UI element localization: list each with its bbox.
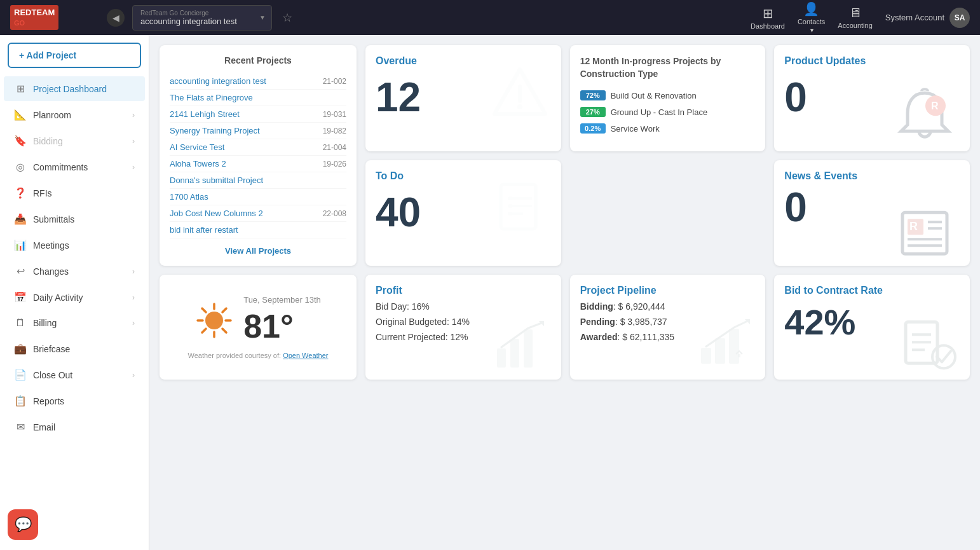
commitments-icon: ◎ bbox=[14, 161, 27, 173]
bell-icon: R bbox=[890, 83, 960, 151]
billing-chevron: › bbox=[132, 319, 135, 327]
svg-line-32 bbox=[202, 329, 206, 333]
svg-rect-10 bbox=[701, 348, 711, 364]
favorite-button[interactable]: ☆ bbox=[282, 11, 292, 25]
sidebar-item-email[interactable]: ✉ Email bbox=[4, 415, 145, 439]
weather-temp: 81° bbox=[243, 307, 294, 345]
nav-contacts[interactable]: 👤 Contacts▾ bbox=[798, 1, 825, 34]
product-updates-title: Product Updates bbox=[784, 55, 960, 67]
svg-line-31 bbox=[222, 308, 226, 312]
svg-line-43 bbox=[942, 351, 951, 362]
project-list-item[interactable]: AI Service Test21-004 bbox=[170, 139, 346, 156]
project-dashboard-icon: ⊞ bbox=[14, 83, 27, 95]
contract-icon bbox=[896, 315, 960, 375]
sidebar-item-project-dashboard[interactable]: ⊞ Project Dashboard bbox=[4, 76, 145, 101]
overdue-card: Overdue 12 bbox=[365, 45, 561, 151]
svg-point-24 bbox=[205, 312, 223, 329]
sidebar-item-billing[interactable]: 🗒 Billing › bbox=[4, 311, 145, 335]
nav-back-button[interactable]: ◀ bbox=[107, 9, 125, 27]
sidebar-item-bidding[interactable]: 🔖 Bidding › bbox=[4, 128, 145, 153]
sidebar-item-changes[interactable]: ↩ Changes › bbox=[4, 259, 145, 284]
months-title: 12 Month In-progress Projects by Constru… bbox=[580, 55, 756, 80]
daily-activity-icon: 📅 bbox=[14, 291, 27, 303]
svg-rect-33 bbox=[497, 348, 506, 368]
daily-activity-chevron: › bbox=[132, 293, 135, 302]
sidebar-item-close-out[interactable]: 📄 Close Out › bbox=[4, 362, 145, 387]
bidding-icon: 🔖 bbox=[14, 135, 27, 147]
profit-title: Profit bbox=[376, 285, 551, 296]
project-list-item[interactable]: bid init after restart bbox=[170, 222, 346, 238]
bidding-chevron: › bbox=[132, 137, 135, 146]
svg-text:R: R bbox=[931, 100, 939, 111]
logo-area: REDTEAM GO bbox=[10, 5, 99, 30]
svg-line-29 bbox=[202, 308, 206, 312]
project-list-item[interactable]: Donna's submittal Project bbox=[170, 172, 346, 189]
nav-accounting[interactable]: 🖥 Accounting bbox=[838, 6, 872, 29]
project-list-item[interactable]: Job Cost New Columns 222-008 bbox=[170, 205, 346, 222]
account-menu[interactable]: System Account SA bbox=[885, 8, 970, 28]
nav-actions: ⊞ Dashboard 👤 Contacts▾ 🖥 Accounting Sys… bbox=[751, 1, 970, 34]
email-icon: ✉ bbox=[14, 421, 27, 433]
project-list-item[interactable]: Synergy Training Project19-082 bbox=[170, 123, 346, 139]
sun-icon bbox=[195, 301, 233, 340]
recent-projects-title: Recent Projects bbox=[170, 55, 346, 65]
nav-dashboard[interactable]: ⊞ Dashboard bbox=[751, 6, 785, 30]
profit-card: Profit Bid Day: 16%Original Budgeted: 14… bbox=[365, 275, 561, 380]
news-icon: R bbox=[896, 200, 960, 266]
view-all-projects-link[interactable]: View All Projects bbox=[170, 246, 346, 256]
changes-icon: ↩ bbox=[14, 265, 27, 277]
svg-point-8 bbox=[508, 204, 512, 208]
profit-icon bbox=[494, 320, 551, 373]
svg-rect-35 bbox=[524, 329, 533, 368]
contacts-icon: 👤 bbox=[803, 1, 819, 17]
news-title: News & Events bbox=[784, 170, 960, 182]
sidebar-item-planroom[interactable]: 📐 Planroom › bbox=[4, 102, 145, 127]
main-layout: + Add Project ⊞ Project Dashboard 📐 Plan… bbox=[0, 35, 980, 550]
sidebar: + Add Project ⊞ Project Dashboard 📐 Plan… bbox=[0, 35, 149, 550]
sidebar-item-submittals[interactable]: 📥 Submittals bbox=[4, 207, 145, 231]
construction-type-row: 0.2%Service Work bbox=[580, 123, 756, 134]
svg-text:R: R bbox=[909, 220, 918, 233]
project-selector[interactable]: RedTeam Go Concierge accounting integrat… bbox=[132, 5, 272, 31]
meetings-icon: 📊 bbox=[14, 239, 27, 251]
pipeline-card: Project Pipeline Bidding: $ 6,920,444Pen… bbox=[570, 275, 766, 380]
close-out-icon: 📄 bbox=[14, 369, 27, 381]
svg-point-7 bbox=[508, 196, 512, 200]
changes-chevron: › bbox=[132, 267, 135, 276]
weather-info: Tue, September 13th 81° bbox=[243, 295, 321, 345]
project-selector-wrapper: RedTeam Go Concierge accounting integrat… bbox=[132, 5, 272, 31]
logo-box: REDTEAM GO bbox=[10, 5, 58, 30]
open-weather-link[interactable]: Open Weather bbox=[283, 352, 328, 359]
project-list-item[interactable]: Aloha Towers 219-026 bbox=[170, 156, 346, 172]
project-list-item[interactable]: 1700 Atlas bbox=[170, 189, 346, 205]
planroom-chevron: › bbox=[132, 111, 135, 120]
chat-button[interactable]: 💬 bbox=[8, 509, 38, 540]
profit-row-item: Bid Day: 16% bbox=[376, 301, 551, 312]
dashboard-icon: ⊞ bbox=[763, 6, 773, 21]
reports-icon: 📋 bbox=[14, 395, 27, 407]
weather-card: Tue, September 13th 81° Weather provided… bbox=[160, 275, 357, 380]
svg-line-30 bbox=[222, 329, 226, 333]
svg-point-2 bbox=[517, 104, 522, 109]
bid-contract-title: Bid to Contract Rate bbox=[784, 285, 960, 296]
months-card: 12 Month In-progress Projects by Constru… bbox=[570, 45, 766, 151]
sidebar-item-meetings[interactable]: 📊 Meetings bbox=[4, 233, 145, 258]
svg-rect-12 bbox=[729, 329, 739, 364]
svg-rect-14 bbox=[738, 354, 740, 357]
commitments-chevron: › bbox=[132, 163, 135, 172]
project-list-item[interactable]: The Flats at Pinegrove bbox=[170, 90, 346, 106]
accounting-icon: 🖥 bbox=[849, 6, 862, 20]
document-icon bbox=[491, 179, 548, 247]
weather-display: Tue, September 13th 81° bbox=[195, 295, 321, 345]
sidebar-item-commitments[interactable]: ◎ Commitments › bbox=[4, 155, 145, 179]
project-list-item[interactable]: 2141 Lehigh Street19-031 bbox=[170, 106, 346, 123]
add-project-button[interactable]: + Add Project bbox=[8, 43, 141, 68]
projects-list: accounting integration test21-002The Fla… bbox=[170, 73, 346, 238]
sidebar-item-reports[interactable]: 📋 Reports bbox=[4, 388, 145, 413]
project-list-item[interactable]: accounting integration test21-002 bbox=[170, 73, 346, 90]
sidebar-item-rfis[interactable]: ❓ RFIs bbox=[4, 181, 145, 205]
sidebar-item-briefcase[interactable]: 💼 Briefcase bbox=[4, 336, 145, 361]
todo-card: To Do 40 bbox=[365, 160, 561, 266]
construction-type-row: 27%Ground Up - Cast In Place bbox=[580, 107, 756, 117]
sidebar-item-daily-activity[interactable]: 📅 Daily Activity › bbox=[4, 285, 145, 310]
